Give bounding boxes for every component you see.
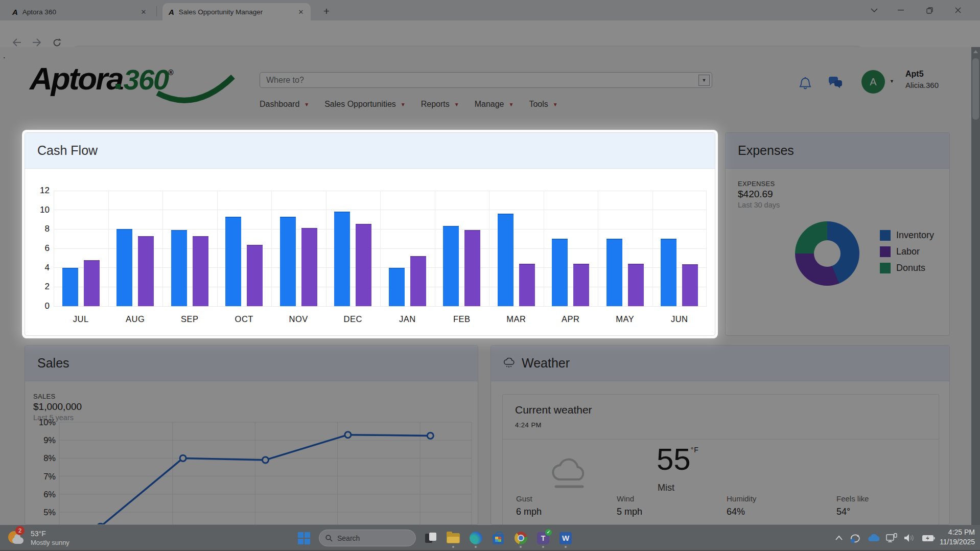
running-indicator	[452, 546, 454, 548]
chrome-icon	[515, 532, 527, 544]
bar-series-blue	[280, 217, 296, 306]
y-axis-tick: 12	[29, 186, 50, 196]
bar-series-blue	[171, 230, 187, 306]
bar-series-purple	[247, 245, 263, 306]
x-axis-label: SEP	[162, 314, 217, 324]
bar-group-jul	[54, 191, 108, 306]
x-axis-label: DEC	[326, 314, 381, 324]
search-icon	[325, 535, 333, 542]
bar-series-blue	[661, 239, 676, 306]
bar-group-dec	[326, 191, 381, 306]
volume-icon[interactable]	[904, 534, 915, 542]
bar-series-purple	[356, 224, 371, 306]
bar-group-sep	[162, 191, 217, 306]
bar-series-blue	[443, 226, 459, 306]
teams-icon: T✓	[537, 532, 549, 544]
microsoft-store-icon	[493, 534, 504, 544]
bar-group-jan	[380, 191, 435, 306]
bar-group-mar	[489, 191, 544, 306]
bar-series-purple	[682, 264, 698, 306]
bar-series-blue	[498, 214, 514, 306]
display-dock-icon[interactable]	[886, 533, 897, 543]
bar-series-purple	[519, 264, 535, 306]
bar-group-may	[598, 191, 652, 306]
bar-series-purple	[464, 230, 480, 306]
microsoft-store-button[interactable]	[491, 528, 506, 548]
bar-group-oct	[217, 191, 272, 306]
running-indicator	[520, 546, 522, 548]
task-view-button[interactable]	[423, 528, 438, 548]
bar-series-blue	[389, 268, 405, 306]
cash-flow-card-header: Cash Flow	[25, 133, 715, 169]
y-axis-tick: 10	[29, 205, 50, 215]
running-indicator	[542, 546, 544, 548]
cashflow-xaxis: JULAUGSEPOCTNOVDECJANFEBMARAPRMAYJUN	[54, 314, 707, 328]
y-axis-tick: 8	[29, 224, 50, 234]
bar-series-blue	[334, 212, 350, 307]
running-indicator	[565, 546, 567, 548]
bar-series-purple	[193, 236, 208, 306]
x-axis-label: AUG	[108, 314, 163, 324]
x-axis-label: JUL	[54, 314, 108, 324]
teams-status-check-badge: ✓	[545, 529, 552, 536]
bar-series-blue	[552, 239, 568, 306]
y-axis-tick: 4	[29, 263, 50, 273]
screen: A Aptora 360 ✕ A Sales Opportunity Manag…	[0, 0, 980, 551]
cashflow-yaxis: 024681012	[29, 133, 50, 336]
y-axis-tick: 2	[29, 282, 50, 292]
teams-button[interactable]: T✓	[535, 528, 551, 548]
running-indicator	[475, 546, 477, 548]
x-axis-label: JAN	[380, 314, 435, 324]
cashflow-plot	[54, 191, 707, 306]
y-axis-tick: 6	[29, 243, 50, 254]
taskbar-weather-condition: Mostly sunny	[31, 539, 69, 546]
bar-series-purple	[573, 264, 589, 306]
taskbar-weather-temp: 53°F	[31, 530, 69, 538]
bar-series-purple	[410, 256, 426, 306]
bar-series-blue	[116, 229, 132, 306]
bar-series-blue	[606, 239, 622, 306]
x-axis-label: FEB	[435, 314, 489, 324]
notification-badge: 2	[15, 526, 25, 535]
bar-group-feb	[435, 191, 489, 306]
x-axis-label: APR	[544, 314, 598, 324]
x-axis-label: JUN	[652, 314, 707, 324]
edge-button[interactable]	[468, 528, 483, 548]
tray-chevron-up-icon[interactable]	[835, 536, 843, 540]
task-view-icon	[425, 533, 436, 544]
y-axis-tick: 0	[29, 301, 50, 311]
file-explorer-button[interactable]	[446, 528, 461, 548]
word-button[interactable]: W	[558, 528, 573, 548]
start-button[interactable]	[296, 528, 312, 548]
onedrive-icon[interactable]	[867, 534, 879, 542]
chrome-button[interactable]	[513, 528, 528, 548]
bar-series-purple	[138, 236, 154, 306]
bar-group-nov	[271, 191, 326, 306]
search-placeholder: Search	[337, 534, 360, 542]
x-axis-label: NOV	[271, 314, 326, 324]
bar-group-aug	[108, 191, 163, 306]
edge-icon	[470, 532, 482, 544]
bar-series-blue	[225, 217, 241, 306]
bar-group-jun	[652, 191, 707, 306]
clock-date: 11/19/2025	[940, 538, 975, 546]
taskbar-clock[interactable]: 4:25 PM 11/19/2025	[940, 528, 975, 546]
windows-taskbar: 2 53°F Mostly sunny Search	[0, 525, 980, 551]
taskbar-search[interactable]: Search	[319, 530, 416, 546]
cash-flow-card: Cash Flow 024681012 JULAUGSEPOCTNOVDECJA…	[25, 132, 715, 336]
battery-charging-icon[interactable]	[922, 535, 935, 542]
sync-update-icon[interactable]	[849, 533, 860, 543]
file-explorer-icon	[447, 533, 460, 543]
bar-series-purple	[301, 228, 317, 306]
bar-series-purple	[628, 264, 644, 306]
windows-logo-icon	[298, 532, 310, 544]
x-axis-label: MAR	[489, 314, 544, 324]
bar-series-blue	[62, 268, 78, 306]
bar-group-apr	[544, 191, 598, 306]
bar-series-purple	[84, 260, 100, 306]
mostly-sunny-icon: 2	[7, 529, 26, 547]
taskbar-weather-widget[interactable]: 2 53°F Mostly sunny	[4, 526, 73, 549]
clock-time: 4:25 PM	[940, 528, 975, 536]
word-icon: W	[559, 532, 572, 544]
x-axis-label: OCT	[217, 314, 272, 324]
